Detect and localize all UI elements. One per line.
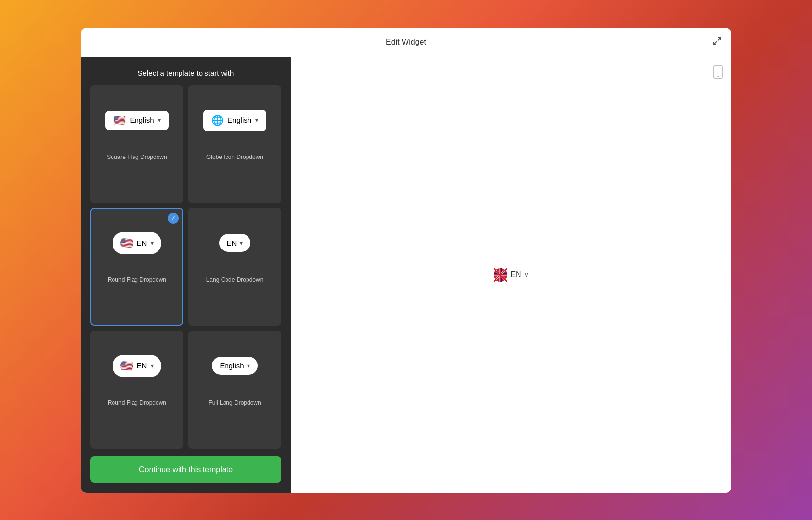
template-label-globe: Globe Icon Dropdown — [206, 154, 263, 162]
round-flag-btn: 🇺🇸 EN ▾ — [113, 232, 162, 254]
template-preview-full-lang: English ▾ — [194, 337, 275, 395]
round-flag-chevron: ▾ — [151, 240, 154, 247]
template-label-lang-code: Lang Code Dropdown — [206, 276, 264, 285]
template-preview-globe: 🌐 English ▾ — [194, 91, 275, 150]
uk-flag-icon — [494, 268, 507, 282]
template-label-full-lang: Full Lang Dropdown — [208, 399, 261, 408]
square-flag-btn: 🇺🇸 English ▾ — [105, 111, 168, 130]
template-label-round-flag-2: Round Flag Dropdown — [108, 399, 166, 408]
modal-title: Edit Widget — [386, 38, 426, 46]
full-lang-chevron: ▾ — [247, 362, 250, 369]
preview-en-text: EN — [510, 271, 521, 279]
round-flag-label: EN — [137, 239, 147, 247]
template-full-lang[interactable]: English ▾ Full Lang Dropdown — [188, 331, 281, 449]
lang-code-label: EN — [227, 239, 237, 247]
template-lang-code[interactable]: EN ▾ Lang Code Dropdown — [188, 208, 281, 326]
modal-body: Select a template to start with 🇺🇸 Engli… — [81, 57, 731, 493]
globe-icon: 🌐 — [211, 114, 224, 126]
sidebar: Select a template to start with 🇺🇸 Engli… — [81, 57, 291, 493]
continue-button[interactable]: Continue with this template — [90, 456, 281, 483]
round-flag-2-btn: 🇺🇸 EN ▾ — [113, 355, 162, 377]
globe-btn: 🌐 English ▾ — [203, 110, 266, 131]
full-lang-label: English — [220, 362, 244, 370]
edit-widget-modal: Edit Widget Select a template to start w… — [81, 28, 731, 493]
lang-code-btn: EN ▾ — [219, 234, 251, 252]
preview-chevron: ∨ — [524, 271, 529, 278]
us-flag-circle-icon: 🇺🇸 — [120, 237, 133, 249]
round-flag-2-label: EN — [137, 362, 147, 370]
template-label-round-flag: Round Flag Dropdown — [108, 276, 166, 285]
template-round-flag-2[interactable]: 🇺🇸 EN ▾ Round Flag Dropdown — [90, 331, 183, 449]
lang-code-chevron: ▾ — [240, 240, 243, 247]
modal-header: Edit Widget — [81, 28, 731, 57]
template-preview-lang-code: EN ▾ — [194, 214, 275, 272]
preview-area: EN ∨ — [291, 57, 731, 493]
templates-grid: 🇺🇸 English ▾ Square Flag Dropdown 🌐 Engl… — [81, 85, 291, 449]
template-round-flag[interactable]: ✓ 🇺🇸 EN ▾ Round Flag Dropdown — [90, 208, 183, 326]
template-square-flag[interactable]: 🇺🇸 English ▾ Square Flag Dropdown — [90, 85, 183, 203]
selected-checkmark: ✓ — [168, 213, 179, 224]
sidebar-header: Select a template to start with — [81, 57, 291, 85]
template-preview-round-flag: 🇺🇸 EN ▾ — [96, 214, 178, 272]
device-icon — [713, 65, 723, 82]
template-preview-square-flag: 🇺🇸 English ▾ — [96, 91, 178, 150]
template-label-square-flag: Square Flag Dropdown — [107, 154, 167, 162]
square-flag-chevron: ▾ — [158, 117, 161, 124]
globe-chevron: ▾ — [255, 117, 258, 124]
svg-rect-16 — [500, 268, 501, 282]
square-flag-label: English — [130, 116, 154, 124]
expand-button[interactable] — [711, 35, 723, 50]
globe-label: English — [227, 116, 251, 124]
full-lang-btn: English ▾ — [212, 357, 257, 375]
us-flag-circle-2-icon: 🇺🇸 — [120, 360, 133, 372]
round-flag-2-chevron: ▾ — [151, 362, 154, 369]
template-globe-icon[interactable]: 🌐 English ▾ Globe Icon Dropdown — [188, 85, 281, 203]
us-flag-square-icon: 🇺🇸 — [113, 115, 126, 125]
preview-widget: EN ∨ — [494, 268, 528, 282]
template-preview-round-flag-2: 🇺🇸 EN ▾ — [96, 337, 178, 395]
